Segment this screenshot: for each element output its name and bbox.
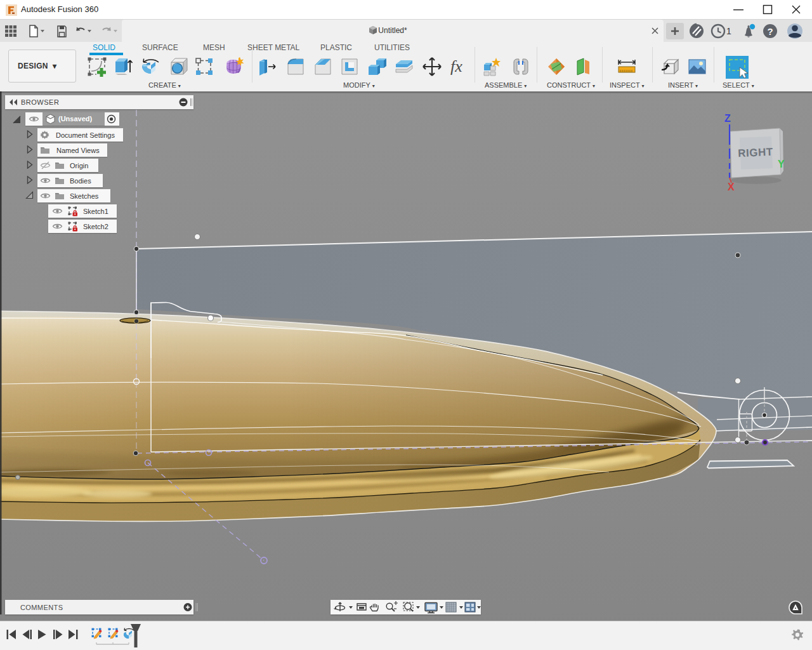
svg-text:Y: Y [778, 159, 785, 169]
svg-text:Z: Z [724, 113, 731, 124]
svg-text:X: X [728, 182, 735, 192]
svg-text:1: 1 [726, 26, 731, 36]
svg-text:?: ? [767, 26, 773, 37]
svg-text:fx: fx [450, 57, 462, 76]
svg-text:RIGHT: RIGHT [738, 146, 773, 159]
